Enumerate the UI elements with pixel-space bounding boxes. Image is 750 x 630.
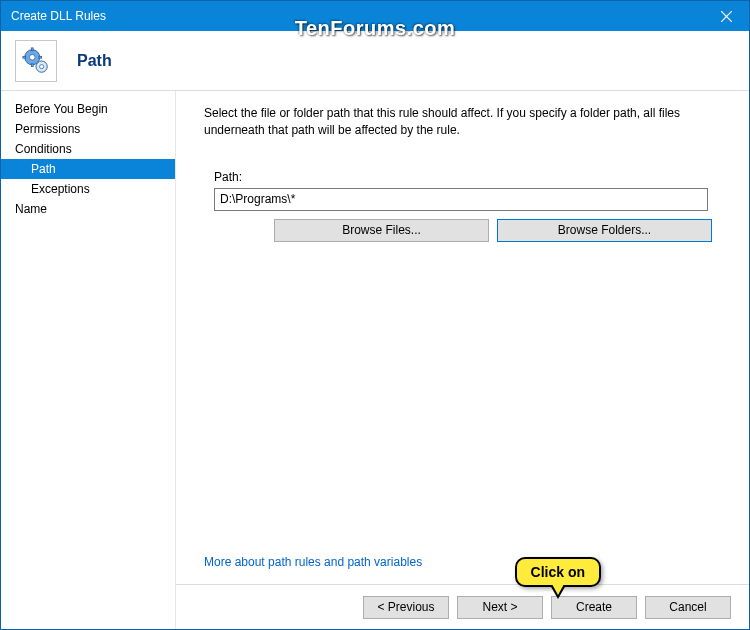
svg-point-3 xyxy=(29,54,35,60)
annotation-callout: Click on xyxy=(515,557,601,587)
title-bar: Create DLL Rules xyxy=(1,1,749,31)
nav-conditions[interactable]: Conditions xyxy=(1,139,175,159)
header-icon-box xyxy=(15,40,57,82)
cancel-button[interactable]: Cancel xyxy=(645,596,731,619)
svg-rect-4 xyxy=(31,47,33,50)
wizard-window: Create DLL Rules TenForums.com Path Befo… xyxy=(0,0,750,630)
nav-before-you-begin[interactable]: Before You Begin xyxy=(1,99,175,119)
previous-button[interactable]: < Previous xyxy=(363,596,449,619)
more-about-link[interactable]: More about path rules and path variables xyxy=(204,555,422,569)
wizard-footer: < Previous Next > Create Cancel xyxy=(176,584,749,629)
close-button[interactable] xyxy=(704,1,749,31)
nav-name[interactable]: Name xyxy=(1,199,175,219)
path-input[interactable] xyxy=(214,188,708,211)
browse-folders-button[interactable]: Browse Folders... xyxy=(497,219,712,242)
svg-point-9 xyxy=(40,64,44,68)
close-icon xyxy=(721,11,732,22)
page-title: Path xyxy=(77,52,112,70)
wizard-sidebar: Before You Begin Permissions Conditions … xyxy=(1,91,176,629)
intro-text: Select the file or folder path that this… xyxy=(204,105,721,140)
nav-exceptions[interactable]: Exceptions xyxy=(1,179,175,199)
nav-permissions[interactable]: Permissions xyxy=(1,119,175,139)
browse-files-button[interactable]: Browse Files... xyxy=(274,219,489,242)
nav-path[interactable]: Path xyxy=(1,159,175,179)
callout-text: Click on xyxy=(531,564,585,580)
gear-icon xyxy=(21,46,51,76)
svg-rect-7 xyxy=(39,56,42,58)
wizard-content: Select the file or folder path that this… xyxy=(176,91,749,629)
svg-rect-6 xyxy=(23,56,26,58)
wizard-header: Path xyxy=(1,31,749,91)
svg-rect-5 xyxy=(31,63,33,66)
next-button[interactable]: Next > xyxy=(457,596,543,619)
window-title: Create DLL Rules xyxy=(11,9,106,23)
path-label: Path: xyxy=(214,170,721,184)
browse-button-row: Browse Files... Browse Folders... xyxy=(274,219,721,242)
wizard-body: Before You Begin Permissions Conditions … xyxy=(1,91,749,629)
